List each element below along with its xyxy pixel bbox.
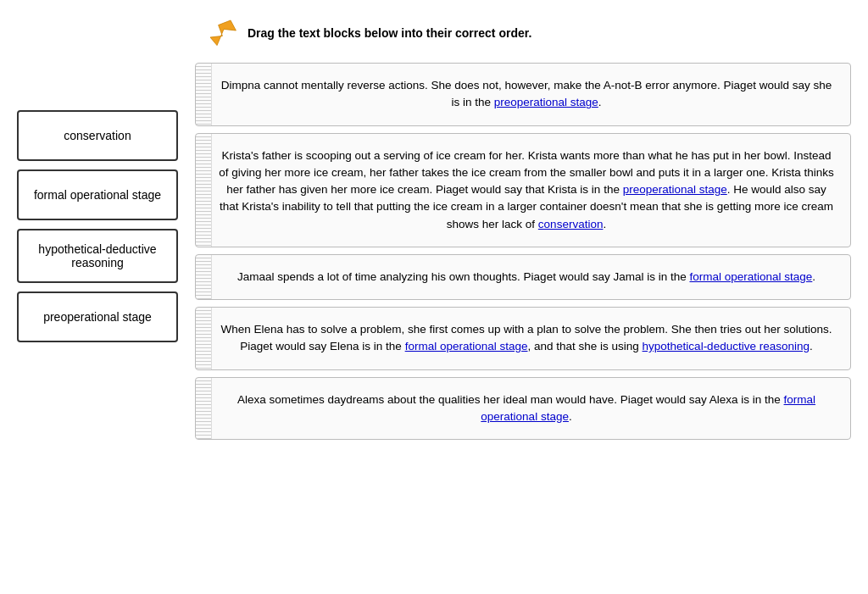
text-block-4[interactable]: When Elena has to solve a problem, she f… xyxy=(195,307,851,370)
main-content: Drag the text blocks below into their co… xyxy=(186,8,868,448)
drag-item-hypothetical-deductive-reasoning[interactable]: hypothetical-deductive reasoning xyxy=(17,229,178,283)
drag-item-conservation[interactable]: conservation xyxy=(17,110,178,161)
text-block-5-inner: Alexa sometimes daydreams about the qual… xyxy=(211,391,835,426)
text-block-4-inner: When Elena has to solve a problem, she f… xyxy=(211,321,835,356)
drag-item-label: conservation xyxy=(64,129,131,142)
drag-item-preoperational-stage[interactable]: preoperational stage xyxy=(17,291,178,342)
link-preoperational-stage-1[interactable]: preoperational stage xyxy=(494,96,598,108)
drag-item-formal-operational-stage[interactable]: formal operational stage xyxy=(17,169,178,220)
link-formal-operational-stage-3[interactable]: formal operational stage xyxy=(481,393,815,423)
link-conservation[interactable]: conservation xyxy=(538,218,604,230)
drag-arrow-icon xyxy=(203,17,237,51)
drag-item-label: preoperational stage xyxy=(43,310,152,324)
instruction-text: Drag the text blocks below into their co… xyxy=(248,25,531,42)
text-block-1-inner: Dimpna cannot mentally reverse actions. … xyxy=(211,77,835,112)
link-formal-operational-stage-1[interactable]: formal operational stage xyxy=(689,270,812,283)
text-block-3-inner: Jamaal spends a lot of time analyzing hi… xyxy=(211,269,835,286)
link-formal-operational-stage-2[interactable]: formal operational stage xyxy=(405,340,528,353)
text-block-5[interactable]: Alexa sometimes daydreams about the qual… xyxy=(195,377,851,441)
svg-marker-0 xyxy=(210,20,236,46)
link-preoperational-stage-2[interactable]: preoperational stage xyxy=(623,183,727,196)
blocks-container: Dimpna cannot mentally reverse actions. … xyxy=(195,63,851,440)
text-block-1[interactable]: Dimpna cannot mentally reverse actions. … xyxy=(195,63,851,126)
link-hypothetical-deductive-reasoning[interactable]: hypothetical-deductive reasoning xyxy=(643,340,810,353)
text-block-2-inner: Krista's father is scooping out a servin… xyxy=(211,147,835,233)
drag-item-label: formal operational stage xyxy=(34,188,161,202)
instruction-bar: Drag the text blocks below into their co… xyxy=(195,17,851,51)
drag-item-label: hypothetical-deductive reasoning xyxy=(27,242,168,269)
text-block-3[interactable]: Jamaal spends a lot of time analyzing hi… xyxy=(195,254,851,300)
sidebar: conservation formal operational stage hy… xyxy=(0,8,186,351)
text-block-2[interactable]: Krista's father is scooping out a servin… xyxy=(195,133,851,247)
